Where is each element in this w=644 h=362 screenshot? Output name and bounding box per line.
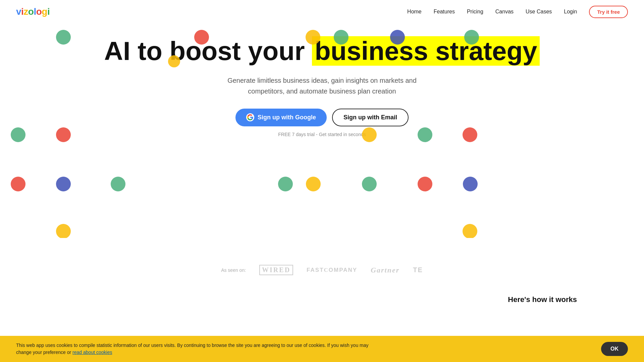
decorative-dot (362, 177, 377, 191)
decorative-dot (11, 177, 25, 191)
hero-section: AI to boost your business strategy Gener… (0, 23, 644, 238)
hero-highlight: business strategy (312, 36, 540, 66)
cookie-link[interactable]: read about cookies (72, 350, 112, 355)
cta-buttons: Sign up with Google Sign up with Email (7, 109, 637, 126)
hero-title: AI to boost your business strategy (7, 37, 637, 66)
cookie-text: This web app uses cookies to compile sta… (16, 342, 385, 356)
cookie-banner: This web app uses cookies to compile sta… (0, 336, 644, 362)
trial-text: FREE 7 days trial - Get started in secon… (7, 132, 637, 137)
logo[interactable]: vizologi (16, 6, 50, 17)
nav-canvas[interactable]: Canvas (495, 9, 514, 14)
media-techcrunch: TE (413, 266, 423, 274)
decorative-dot (56, 177, 71, 191)
cookie-ok-button[interactable]: OK (601, 342, 628, 356)
media-fastcompany: FASTCOMPANY (307, 267, 357, 274)
nav-links: Home Features Pricing Canvas Use Cases L… (407, 6, 628, 18)
media-gartner: Gartner (371, 266, 399, 275)
navbar: vizologi Home Features Pricing Canvas Us… (0, 0, 644, 23)
decorative-dot (463, 224, 477, 238)
signup-google-button[interactable]: Sign up with Google (235, 109, 327, 126)
hero-subtitle: Generate limitless business ideas, gain … (218, 75, 426, 97)
decorative-dot (278, 177, 293, 191)
decorative-dot (56, 224, 71, 238)
nav-pricing[interactable]: Pricing (467, 9, 483, 14)
nav-use-cases[interactable]: Use Cases (526, 9, 552, 14)
decorative-dot (306, 177, 321, 191)
google-icon (246, 113, 254, 121)
decorative-dot (418, 177, 432, 191)
decorative-dot (111, 177, 125, 191)
nav-features[interactable]: Features (434, 9, 455, 14)
as-seen-on-label: As seen on: (221, 267, 246, 273)
nav-login[interactable]: Login (564, 9, 577, 14)
as-seen-on: As seen on: WIRED FASTCOMPANY Gartner TE (0, 265, 644, 275)
try-free-button[interactable]: Try it free (589, 6, 628, 18)
media-wired: WIRED (259, 265, 293, 275)
nav-home[interactable]: Home (407, 9, 422, 14)
signup-email-button[interactable]: Sign up with Email (332, 109, 409, 126)
how-it-works-heading: Here's how it works (0, 275, 644, 311)
decorative-dot (463, 177, 478, 191)
